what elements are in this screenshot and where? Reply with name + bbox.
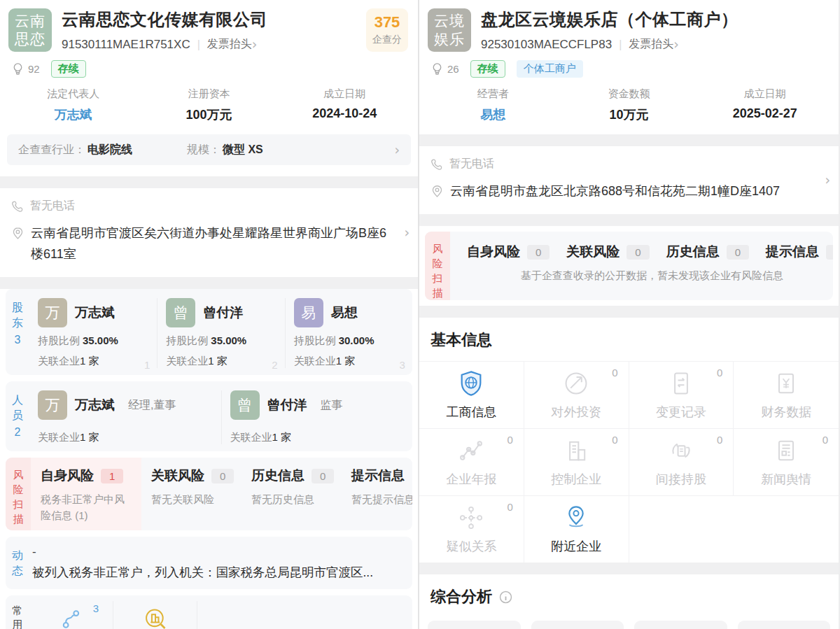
chevron-right-icon[interactable]: › [825,174,830,187]
info-label: 法定代表人 [6,87,141,101]
header-main: 盘龙区云境娱乐店（个体工商户） 92530103MAECCFLP83 | 发票抬… [481,8,829,52]
grid-cell-empty [629,495,734,563]
industry-bar[interactable]: 企查查行业： 电影院线 规模： 微型 XS › [7,134,411,165]
address-text: 云南省昆明市盘龙区北京路688号和信花苑二期1幢D座1407 [450,181,780,202]
avatar: 曾 [230,390,260,420]
annual-report-icon [457,437,485,465]
operator-link[interactable]: 易想 [425,106,561,123]
heat-counter: 92 [11,62,40,76]
personnel-item[interactable]: 曾曾付洋监事 关联企业1 家 [221,390,413,444]
basic-info-grid: 工商信息 0 对外投资 0 变更记录 财务数据 0 [419,361,839,563]
news-icon [772,437,800,465]
chevron-right-icon[interactable]: › [252,38,258,51]
grid-cell-badge: 0 [612,367,617,379]
risk-item-hint[interactable]: 提示信息 暂无提示信息 [342,458,412,530]
shareholder-item[interactable]: 易易想 持股比例30.00% 关联企业1 家 3 [285,298,412,368]
risk-title: 提示信息 [351,467,405,485]
spacer [0,165,418,176]
dynamic-content[interactable]: - 被列入税务非正常户，列入机关：国家税务总局昆明市官渡区... [29,537,412,589]
grid-cell-label: 控制企业 [551,471,601,488]
person-name: 万志斌 [75,396,115,414]
capital-col: 资金数额 10万元 [561,87,696,123]
risk-title: 关联风险 [566,243,620,261]
avatar: 易 [294,298,323,327]
analysis-button-risk-relations[interactable]: 风险关系 [531,621,624,629]
logo-text-line2: 娱乐 [434,30,465,48]
services-label: 常用服务 [6,595,29,629]
qcc-score-box[interactable]: 375 企查分 [366,8,408,52]
credit-code-row: 92530103MAECCFLP83 | 发票抬头 › [481,37,829,52]
analysis-button-debt[interactable]: 债务/债权 [428,621,521,629]
legal-rep-link[interactable]: 万志斌 [6,106,141,123]
grid-cell-badge: 0 [717,434,722,446]
grid-cell-label: 间接持股 [656,471,706,488]
related-value: 1 家 [80,431,99,443]
personnel-count: 2 [6,425,29,440]
shareholder-item[interactable]: 万万志斌 持股比例35.00% 关联企业1 家 1 [29,298,157,368]
company-panel-right: 云境 娱乐 盘龙区云境娱乐店（个体工商户） 92530103MAECCFLP83… [419,0,839,629]
chevron-right-icon[interactable]: › [404,226,410,239]
info-circle-icon[interactable] [498,590,513,605]
company-logo: 云境 娱乐 [428,8,471,52]
address-row[interactable]: 云南省昆明市盘龙区北京路688号和信花苑二期1幢D座1407 [430,181,827,202]
personnel-item[interactable]: 万万志斌经理,董事 关联企业1 家 [29,390,221,444]
info-label: 经营者 [425,87,561,101]
risk-scan-card: 风险扫描 自身风险1 税务非正常户中风险信息 (1) 关联风险0 暂无关联风险 … [6,458,412,530]
status-badge: 存续 [470,60,505,78]
invoice-title-link[interactable]: 发票抬头 [629,37,673,52]
divider: | [197,38,200,51]
shareholders-label: 股东 3 [6,289,29,375]
info-label: 资金数额 [561,87,696,101]
dynamic-card: 动态 - 被列入税务非正常户，列入机关：国家税务总局昆明市官渡区... [6,537,412,589]
analysis-button-shell-scan[interactable]: 空壳扫描 [738,621,831,629]
ratio-value: 30.00% [339,334,374,346]
basic-info-section: 基本信息 工商信息 0 对外投资 0 变更记录 [419,318,839,563]
grid-cell-financial-data[interactable]: 财务数据 [734,361,839,428]
section-gap [0,176,418,188]
grid-cell-controlled-companies[interactable]: 0 控制企业 [524,428,629,495]
grid-cell-indirect-holdings[interactable]: 0 间接持股 [629,428,734,495]
grid-cell-annual-report[interactable]: 0 企业年报 [419,428,524,495]
risk-item-hint[interactable]: 提示信息0 [756,232,833,268]
risk-scan-label: 风险扫描 [6,458,31,530]
shareholder-item[interactable]: 曾曾付洋 持股比例35.00% 关联企业1 家 2 [157,298,284,368]
related-label: 关联企业 [230,431,272,443]
invoice-title-link[interactable]: 发票抬头 [207,37,252,52]
grid-cell-outbound-investment[interactable]: 0 对外投资 [524,361,629,428]
address-row[interactable]: 云南省昆明市官渡区矣六街道办事处星耀路星世界商业广场B座6楼611室 [11,222,407,264]
logo-text-line1: 云南 [15,12,46,30]
app-page: 云南 思恋 云南思恋文化传媒有限公司 91530111MAE1R751XC | … [0,0,840,629]
address-text: 云南省昆明市官渡区矣六街道办事处星耀路星世界商业广场B座6楼611室 [31,222,391,264]
key-info-row: 法定代表人 万志斌 注册资本 100万元 成立日期 2024-10-24 [0,85,418,134]
founded-date-value: 2025-02-27 [697,106,833,121]
chevron-right-icon[interactable]: › [673,38,679,51]
balloon-icon [11,62,24,76]
related-label: 关联企业 [294,355,336,367]
chevron-right-icon[interactable]: › [394,143,400,157]
ratio-label: 持股比例 [166,334,208,346]
risk-item-history[interactable]: 历史信息0 暂无历史信息 [241,458,342,530]
risk-item-related[interactable]: 关联风险0 [556,232,656,268]
risk-item-related[interactable]: 关联风险0 暂无关联风险 [141,458,241,530]
related-value: 1 家 [80,355,99,367]
ratio-label: 持股比例 [294,334,336,346]
info-label: 注册资本 [141,87,277,101]
contact-card: 暂无电话 云南省昆明市官渡区矣六街道办事处星耀路星世界商业广场B座6楼611室 … [0,188,418,277]
risk-item-history[interactable]: 历史信息0 [657,232,756,268]
avatar: 万 [38,298,67,327]
service-item-background-check[interactable]: 求职背调 [113,601,197,629]
grid-cell-suspected-relations[interactable]: 0 疑似关系 [419,495,524,563]
risk-item-self[interactable]: 自身风险1 税务非正常户中风险信息 (1) [31,458,141,530]
risk-title: 自身风险 [467,243,520,261]
service-item-property-clues[interactable]: 3 财产线索 [29,601,113,629]
risk-item-self[interactable]: 自身风险0 [457,232,556,268]
grid-cell-business-info[interactable]: 工商信息 [419,361,524,428]
services-card: 常用服务 3 财产线索 求职背调 [6,595,412,629]
analysis-button-contract-breach[interactable]: 合同违约 [634,621,727,629]
grid-cell-change-records[interactable]: 0 变更记录 [629,361,734,428]
grid-cell-news-sentiment[interactable]: 0 新闻舆情 [734,428,839,495]
related-value: 1 家 [272,431,292,443]
grid-cell-nearby-companies[interactable]: 附近企业 [524,495,629,563]
credit-code-row: 91530111MAE1R751XC | 发票抬头 › [62,37,360,52]
founded-date-value: 2024-10-24 [276,106,412,121]
